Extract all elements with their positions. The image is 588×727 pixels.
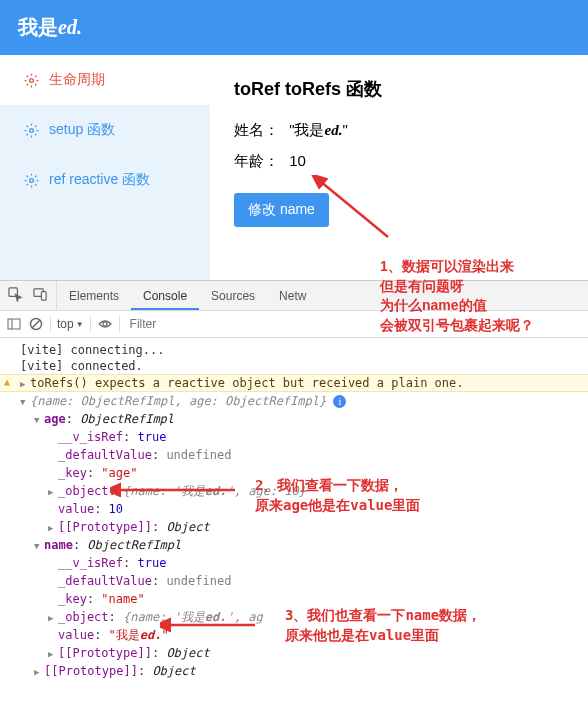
eye-icon[interactable] (97, 316, 113, 332)
inspect-icon[interactable] (8, 287, 23, 305)
age-value: 10 (289, 152, 306, 169)
gear-icon (24, 173, 39, 188)
sidebar-item-label: ref reactive 函数 (49, 171, 150, 189)
app-header: 我是ed. (0, 0, 588, 55)
svg-line-10 (32, 320, 40, 328)
age-row: 年龄： 10 (234, 152, 564, 171)
console-body: [vite] connecting... [vite] connected. t… (0, 338, 588, 688)
name-row: 姓名： "我是ed." (234, 121, 564, 140)
expand-icon[interactable] (20, 379, 30, 389)
page-title: toRef toRefs 函数 (234, 77, 564, 101)
console-object-tree: {name: ObjectRefImpl, age: ObjectRefImpl… (0, 392, 588, 680)
console-log: [vite] connected. (0, 358, 588, 374)
expand-icon[interactable] (48, 648, 58, 662)
clear-console-icon[interactable] (28, 316, 44, 332)
tab-console[interactable]: Console (131, 281, 199, 310)
tab-elements[interactable]: Elements (57, 281, 131, 310)
svg-point-11 (103, 322, 107, 326)
device-icon[interactable] (33, 287, 48, 305)
sidebar: 生命周期 setup 函数 ref reactive 函数 (0, 55, 210, 280)
content-panel: toRef toRefs 函数 姓名： "我是ed." 年龄： 10 修改 na… (210, 55, 588, 280)
context-selector[interactable]: top ▼ (57, 317, 84, 331)
collapse-icon[interactable] (34, 540, 44, 554)
sidebar-toggle-icon[interactable] (6, 316, 22, 332)
tab-network[interactable]: Netw (267, 281, 318, 310)
svg-rect-7 (8, 319, 20, 329)
sidebar-item-ref-reactive[interactable]: ref reactive 函数 (0, 155, 210, 205)
header-title-prefix: 我是 (18, 16, 58, 38)
devtools-tabbar: Elements Console Sources Netw (0, 280, 588, 310)
console-warning: toRefs() expects a reactive object but r… (0, 374, 588, 392)
svg-point-0 (30, 78, 34, 82)
svg-point-1 (30, 128, 34, 132)
name-label: 姓名： (234, 121, 279, 140)
header-title-ed: ed. (58, 16, 82, 38)
svg-point-2 (30, 178, 34, 182)
collapse-icon[interactable] (20, 396, 30, 410)
sidebar-item-label: 生命周期 (49, 71, 105, 89)
info-icon[interactable]: i (333, 395, 346, 408)
svg-rect-6 (41, 291, 46, 299)
expand-icon[interactable] (48, 612, 58, 626)
sidebar-item-label: setup 函数 (49, 121, 115, 139)
expand-icon[interactable] (34, 666, 44, 680)
filter-input[interactable] (126, 315, 582, 333)
gear-icon (24, 123, 39, 138)
gear-icon (24, 73, 39, 88)
name-value: "我是ed." (289, 121, 348, 138)
sidebar-item-lifecycle[interactable]: 生命周期 (0, 55, 210, 105)
expand-icon[interactable] (48, 522, 58, 536)
age-label: 年龄： (234, 152, 279, 171)
console-toolbar: top ▼ (0, 310, 588, 338)
modify-name-button[interactable]: 修改 name (234, 193, 329, 227)
main-area: 生命周期 setup 函数 ref reactive 函数 toRef toRe… (0, 55, 588, 280)
collapse-icon[interactable] (34, 414, 44, 428)
sidebar-item-setup[interactable]: setup 函数 (0, 105, 210, 155)
tab-sources[interactable]: Sources (199, 281, 267, 310)
expand-icon[interactable] (48, 486, 58, 500)
console-log: [vite] connecting... (0, 342, 588, 358)
